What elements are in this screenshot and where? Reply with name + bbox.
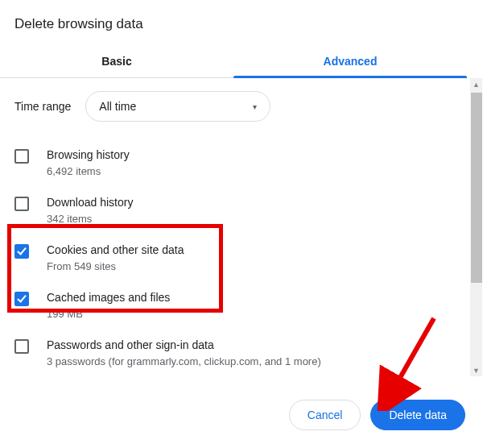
time-range-select[interactable]: All time ▾ — [85, 91, 270, 122]
list-item: Cached images and files 199 MB — [14, 287, 469, 334]
scrollbar[interactable]: ▲ ▼ — [470, 78, 482, 376]
item-subtitle: 3 passwords (for grammarly.com, clickup.… — [47, 354, 321, 370]
item-subtitle: 6,492 items — [47, 164, 130, 180]
delete-data-button[interactable]: Delete data — [370, 400, 465, 430]
time-range-row: Time range All time ▾ — [14, 91, 469, 122]
delete-browsing-data-dialog: Delete browsing data Basic Advanced Time… — [0, 0, 483, 376]
item-subtitle: 342 items — [47, 211, 133, 227]
cancel-button[interactable]: Cancel — [289, 400, 361, 430]
scroll-up-icon[interactable]: ▲ — [470, 78, 482, 90]
scroll-down-icon[interactable]: ▼ — [470, 364, 482, 376]
checkbox-cookies[interactable] — [14, 244, 29, 259]
item-title: Cookies and other site data — [47, 243, 184, 259]
list-item: Download history 342 items — [14, 192, 469, 239]
item-title: Cached images and files — [47, 290, 170, 306]
item-subtitle: From 549 sites — [47, 259, 184, 275]
checkbox-passwords[interactable] — [14, 339, 29, 354]
tab-advanced[interactable]: Advanced — [233, 47, 467, 77]
scroll-region: Time range All time ▾ Browsing history 6… — [0, 78, 483, 376]
data-type-list: Browsing history 6,492 items Download hi… — [14, 144, 469, 376]
list-item: Passwords and other sign-in data 3 passw… — [14, 334, 469, 376]
checkbox-download-history[interactable] — [14, 197, 29, 211]
dialog-title: Delete browsing data — [0, 8, 483, 47]
list-item: Browsing history 6,492 items — [14, 144, 469, 192]
chevron-down-icon: ▾ — [253, 102, 257, 111]
list-item: Cookies and other site data From 549 sit… — [14, 239, 469, 287]
scrollbar-thumb[interactable] — [471, 93, 482, 283]
content: Time range All time ▾ Browsing history 6… — [0, 78, 483, 376]
tabs: Basic Advanced — [0, 47, 467, 78]
item-title: Passwords and other sign-in data — [47, 338, 321, 354]
item-title: Download history — [47, 195, 133, 211]
item-subtitle: 199 MB — [47, 306, 170, 322]
checkbox-cache[interactable] — [14, 292, 29, 306]
dialog-footer: Cancel Delete data — [0, 388, 483, 448]
time-range-label: Time range — [14, 100, 71, 113]
checkbox-browsing-history[interactable] — [14, 149, 29, 164]
item-title: Browsing history — [47, 147, 130, 164]
time-range-value: All time — [99, 100, 136, 113]
tab-basic[interactable]: Basic — [0, 47, 233, 77]
